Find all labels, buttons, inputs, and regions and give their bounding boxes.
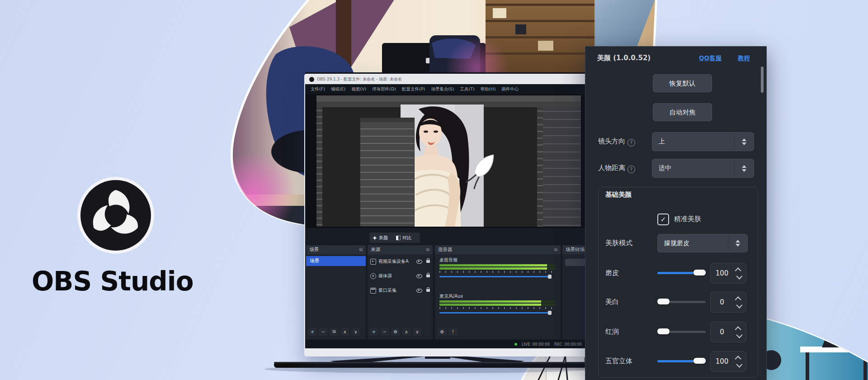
volume-slider[interactable] (439, 312, 551, 314)
tutorial-link[interactable]: 教程 (738, 54, 750, 62)
slider-handle[interactable] (693, 358, 706, 364)
live-dot (514, 343, 517, 346)
menu-docks[interactable]: 停靠部件(D) (372, 86, 396, 92)
mixer-adv-button[interactable]: ! (448, 328, 458, 336)
camera-direction-dropdown[interactable]: 上 (652, 132, 754, 151)
panel-scrollbar-thumb[interactable] (761, 66, 764, 93)
add-source-button[interactable]: + (369, 328, 378, 336)
autofocus-button[interactable]: 自动对焦 (653, 103, 712, 121)
slider-handle[interactable] (657, 328, 670, 334)
whitening-label: 美白 (605, 298, 619, 306)
rosy-label: 红润 (605, 328, 619, 336)
ps-toolbox (316, 107, 322, 227)
smooth-skin-value[interactable]: 100 (710, 263, 746, 284)
dropdown-spinner[interactable] (728, 234, 747, 252)
source-row-media[interactable]: 媒体源 (368, 271, 433, 280)
meter-ticks (439, 271, 555, 273)
scene-down-button[interactable]: ∨ (351, 328, 360, 336)
rosy-value[interactable]: 0 (710, 322, 746, 342)
photoshop-capture (316, 95, 581, 227)
source-row-window[interactable]: 窗口采集 (368, 286, 433, 295)
spin-up-icon[interactable] (735, 267, 741, 274)
scene-up-button[interactable]: ∧ (340, 328, 349, 336)
scenes-dock-header[interactable]: 场景⧉ (306, 245, 366, 254)
help-icon[interactable]: ? (627, 166, 635, 173)
menu-help[interactable]: 帮助(H) (481, 86, 496, 92)
source-up-button[interactable]: ∧ (402, 328, 411, 336)
lock-icon[interactable] (426, 260, 430, 263)
restore-defaults-button[interactable]: 恢复默认 (653, 74, 712, 92)
precise-skin-label: 精准美肤 (674, 215, 701, 223)
beauty-toggle-button[interactable]: 美颜 (369, 233, 396, 243)
obs-menubar: 文件(F) 编辑(E) 视图(V) 停靠部件(D) 配置文件(P) 场景集合(S… (305, 84, 588, 94)
remove-source-button[interactable]: − (380, 328, 389, 336)
smooth-skin-slider[interactable] (657, 269, 706, 276)
scene-filters-button[interactable]: ⧉ (330, 328, 339, 336)
dock-popout-icon[interactable]: ⧉ (359, 247, 363, 252)
source-down-button[interactable]: ∨ (413, 328, 422, 336)
menu-view[interactable]: 视图(V) (351, 86, 366, 92)
slider-handle[interactable] (657, 299, 670, 304)
visibility-eye-icon[interactable] (416, 274, 422, 278)
dropdown-spinner[interactable] (734, 133, 754, 151)
visibility-eye-icon[interactable] (416, 289, 422, 293)
transitions-dock-header[interactable]: 场景转场 (562, 245, 587, 254)
live-time: LIVE: 00:00:00 (522, 342, 550, 347)
spin-up-icon[interactable] (735, 326, 741, 332)
lock-icon[interactable] (426, 275, 430, 277)
mixer-dock-header[interactable]: 混音器⧉ (435, 245, 561, 254)
whitening-value[interactable]: 0 (710, 292, 746, 313)
sources-dock-header[interactable]: 来源⧉ (368, 245, 433, 254)
facial-depth-slider[interactable] (657, 357, 706, 365)
mixer-channel-name: 桌面音频 (439, 257, 458, 263)
basic-beauty-title: 基础美颜 (605, 190, 632, 199)
spin-up-icon[interactable] (735, 296, 741, 303)
menu-edit[interactable]: 编辑(E) (331, 86, 345, 92)
dock-popout-icon[interactable]: ⧉ (426, 247, 429, 252)
ps-right-toolstrip (537, 107, 543, 227)
add-scene-button[interactable]: + (308, 328, 317, 336)
mixer-config-button[interactable]: ⚙ (438, 328, 447, 336)
obs-window: OBS 29.1.3 - 配置文件: 未命名 - 场景: 未命名 文件(F) 编… (305, 75, 588, 348)
audio-meter (439, 264, 555, 266)
obs-logo (76, 176, 155, 255)
spin-down-icon[interactable] (736, 361, 742, 367)
skin-mode-dropdown[interactable]: 朦胧磨皮 (657, 234, 748, 252)
scenes-dock: 场景⧉ 场景 + − ⧉ ∧ ∨ (306, 245, 366, 339)
qq-support-link[interactable]: QQ客服 (699, 54, 722, 62)
scene-item-selected[interactable]: 场景 (306, 256, 366, 266)
volume-slider[interactable] (439, 276, 551, 277)
compare-toggle-button[interactable]: 对比 (393, 233, 420, 243)
whitening-slider[interactable] (657, 298, 706, 305)
menu-file[interactable]: 文件(F) (311, 86, 325, 92)
monitor: OBS 29.1.3 - 配置文件: 未命名 - 场景: 未命名 文件(F) 编… (304, 74, 589, 356)
source-row-camera[interactable]: 视频采集设备A (368, 257, 433, 266)
menu-plugin-center[interactable]: 插件中心 (501, 86, 519, 92)
visibility-eye-icon[interactable] (416, 260, 422, 264)
camera-direction-label: 镜头方向? (598, 137, 635, 147)
rosy-slider[interactable] (657, 328, 706, 335)
spin-down-icon[interactable] (736, 332, 742, 338)
slider-handle[interactable] (693, 270, 706, 276)
dropdown-spinner[interactable] (734, 159, 754, 177)
subject-distance-dropdown[interactable]: 适中 (652, 159, 754, 178)
facial-depth-value[interactable]: 100 (710, 351, 746, 372)
precise-skin-checkbox[interactable]: ✓ (657, 214, 669, 225)
menu-scene-collection[interactable]: 场景集合(S) (431, 86, 454, 92)
remove-scene-button[interactable]: − (319, 328, 328, 336)
spin-down-icon[interactable] (736, 302, 742, 308)
lock-icon[interactable] (426, 289, 430, 292)
menu-profile[interactable]: 配置文件(P) (402, 86, 425, 92)
dock-popout-icon[interactable]: ⧉ (554, 247, 557, 252)
obs-preview[interactable] (305, 94, 588, 228)
source-properties-button[interactable]: ⚙ (391, 328, 400, 336)
spin-up-icon[interactable] (735, 356, 741, 362)
ps-layers-panel (543, 107, 581, 227)
spin-down-icon[interactable] (736, 273, 742, 279)
help-icon[interactable]: ? (627, 139, 635, 147)
promo-canvas: OBS Studio OBS 29.1.3 - 配置文件: 未命名 - 场景: … (0, 0, 868, 380)
obs-titlebar[interactable]: OBS 29.1.3 - 配置文件: 未命名 - 场景: 未命名 (305, 75, 588, 84)
mixer-toolbar: ⚙ ! (438, 328, 458, 336)
menu-tools[interactable]: 工具(T) (460, 86, 475, 92)
transition-dropdown[interactable] (565, 259, 586, 266)
